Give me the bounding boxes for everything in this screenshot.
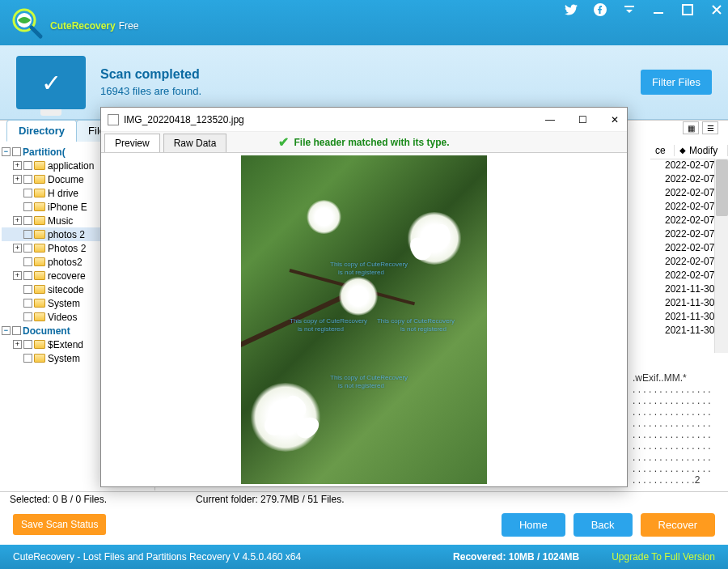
file-header-message: ✔ File header matched with its type. <box>278 134 449 150</box>
preview-tab-rawdata[interactable]: Raw Data <box>163 134 227 152</box>
monitor-icon: ✓ <box>16 56 86 109</box>
watermark: This copy of CuteRecovery <box>330 374 408 381</box>
tab-directory[interactable]: Directory <box>6 120 77 142</box>
preview-maximize-icon[interactable]: ☐ <box>577 114 588 125</box>
file-icon <box>108 114 119 125</box>
preview-close-icon[interactable]: ✕ <box>609 114 620 125</box>
button-row: Save Scan Status Home Back Recover <box>0 508 728 541</box>
app-version: CuteRecovery - Lost Files and Partitions… <box>13 551 301 563</box>
scan-status-sub: 16943 files are found. <box>100 85 201 97</box>
preview-filename: IMG_20220418_123520.jpg <box>124 114 244 125</box>
watermark: This copy of CuteRecovery <box>290 317 367 325</box>
twitter-icon[interactable] <box>565 3 578 16</box>
preview-tabs: Preview Raw Data ✔ File header matched w… <box>101 132 627 153</box>
save-scan-button[interactable]: Save Scan Status <box>13 514 106 535</box>
recovered-status: Recovered: 10MB / 1024MB <box>453 551 579 563</box>
status-text: Scan completed 16943 files are found. <box>100 67 201 97</box>
preview-window: IMG_20220418_123520.jpg — ☐ ✕ Preview Ra… <box>100 107 628 487</box>
titlebar: CuteRecoveryFree <box>0 0 728 45</box>
maximize-icon[interactable] <box>681 3 694 16</box>
watermark: is not registered <box>400 325 447 333</box>
scan-status-heading: Scan completed <box>100 67 201 82</box>
preview-image: This copy of CuteRecovery is not registe… <box>241 155 487 484</box>
preview-tab-preview[interactable]: Preview <box>104 134 160 152</box>
watermark: is not registered <box>338 269 384 276</box>
preview-minimize-icon[interactable]: — <box>544 114 556 125</box>
svg-line-2 <box>32 28 40 36</box>
hex-preview: .wExif..MM.* . . . . . . . . . . . . . .… <box>633 372 722 486</box>
home-button[interactable]: Home <box>502 513 565 537</box>
minimize-icon[interactable] <box>652 3 665 16</box>
app-title: CuteRecoveryFree <box>50 11 138 34</box>
status-bar: Selected: 0 B / 0 Files. Current folder:… <box>0 491 728 506</box>
facebook-icon[interactable] <box>594 3 607 16</box>
list-header: ce ◆Modify <box>650 142 728 159</box>
list-view-icon[interactable]: ☰ <box>702 121 718 134</box>
svg-rect-5 <box>683 5 692 15</box>
preview-titlebar[interactable]: IMG_20220418_123520.jpg — ☐ ✕ <box>101 108 627 132</box>
upgrade-link[interactable]: Upgrade To Full Version <box>612 551 715 563</box>
selected-status: Selected: 0 B / 0 Files. <box>10 494 107 505</box>
checkmark-icon: ✔ <box>278 134 289 150</box>
col-truncated[interactable]: ce <box>650 145 675 156</box>
filter-files-button[interactable]: Filter Files <box>641 70 712 95</box>
watermark: is not registered <box>298 325 344 333</box>
col-modify[interactable]: ◆Modify <box>675 145 728 156</box>
close-icon[interactable] <box>710 3 723 16</box>
view-mode-icons: ▦ ☰ <box>683 121 718 134</box>
svg-rect-4 <box>654 12 663 14</box>
preview-body: This copy of CuteRecovery is not registe… <box>101 153 627 486</box>
app-logo <box>10 6 44 40</box>
back-button[interactable]: Back <box>574 513 633 537</box>
watermark: This copy of CuteRecovery <box>377 317 455 325</box>
grid-view-icon[interactable]: ▦ <box>683 121 699 134</box>
dropdown-icon[interactable] <box>623 3 636 16</box>
current-folder-status: Current folder: 279.7MB / 51 Files. <box>196 494 344 505</box>
footer-bar: CuteRecovery - Lost Files and Partitions… <box>0 545 728 569</box>
scrollbar[interactable] <box>714 159 728 353</box>
watermark: This copy of CuteRecovery <box>330 261 408 268</box>
watermark: is not registered <box>338 382 384 389</box>
recover-button[interactable]: Recover <box>641 513 715 537</box>
scrollbar-thumb[interactable] <box>716 159 728 216</box>
svg-rect-3 <box>624 6 634 7</box>
